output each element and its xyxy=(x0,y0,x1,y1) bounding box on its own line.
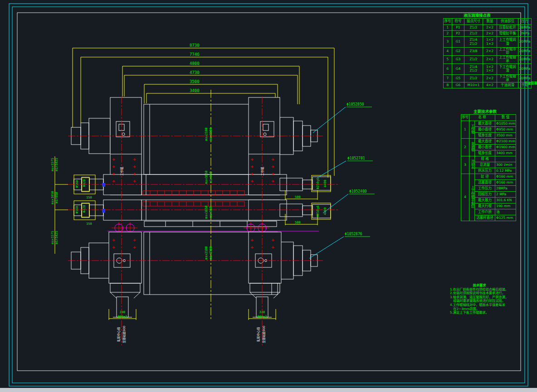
dim-150-upper: 150 xyxy=(86,196,92,199)
part-label-1: Φ1052850 xyxy=(347,102,364,106)
dim-lbr-min: min1900 xyxy=(209,246,213,260)
hydraulic-table-title: 液压润滑接点表 xyxy=(464,12,491,18)
part-label-3: Φ1052400 xyxy=(349,189,367,194)
dim-240-left: 240 xyxy=(120,310,126,314)
dim-8730: 8730 xyxy=(190,43,200,48)
dim-ubr-max: max2100 xyxy=(205,127,208,141)
hydraulic-table: 序号 符号 接点尺寸 数量 供油部位 压力 1P1Z1/22×2压靠缸松开28M… xyxy=(443,18,532,88)
table-row: 8G6M10×14×2干油润滑手动 xyxy=(444,82,532,88)
top-dimension-labels: 8730 7746 4800 4730 3500 3400 xyxy=(190,43,200,93)
spray-headers xyxy=(143,191,245,206)
dim-left2-min: min950 xyxy=(55,192,59,203)
col-header: 数量 xyxy=(483,19,497,25)
col-header: 名 称 xyxy=(469,115,495,121)
dim-left1-min: min1425 xyxy=(55,158,59,171)
side-label: 干油润滑点 xyxy=(524,81,537,85)
table-row: 7G5Z1/22×2下工作辊轴承20MPa xyxy=(444,74,532,82)
table-row: 1 工作辊 最大直径Φ1050 mm xyxy=(461,121,516,127)
params-table: 序号 名 称 数 值 1 工作辊 最大直径Φ1050 mm 最小直径Φ950 m… xyxy=(461,114,516,221)
dim-900-left: 900±2 xyxy=(117,315,127,319)
chock-label-left: 工作辊 xyxy=(120,167,124,176)
foot-note-left-1: 轧制中心线 xyxy=(117,327,121,342)
col-header: 序号 xyxy=(461,115,469,121)
col-header: 接点尺寸 xyxy=(464,19,483,25)
col-header: 压力 xyxy=(518,19,532,25)
table-row: 2P2Z1/22×2弯辊缸平衡2MPa xyxy=(444,31,532,37)
dim-left3-max: max1575 xyxy=(51,231,54,244)
window-bottom-edge xyxy=(0,388,537,392)
dim-lwr-max: max1050 xyxy=(205,205,208,219)
col-header: 序号 xyxy=(444,19,452,25)
chock-label-right: 工作辊 xyxy=(260,167,264,176)
left-dimensions: max1575 min1425 max1050 min950 max1575 m… xyxy=(51,156,68,254)
dim-d250-upper: Φ250g6 xyxy=(316,178,320,189)
dim-3500: 3500 xyxy=(190,79,200,84)
dim-150-lower: 150 xyxy=(86,222,92,226)
center-roll-dims: max2100 min1900 max1050 min950 max1050 m… xyxy=(205,127,213,260)
dim-7746: 7746 xyxy=(190,52,200,57)
table-row: 4G2Z3/82×2上工作辊冷却20MPa xyxy=(444,48,532,56)
dim-left1-max: max1575 xyxy=(51,158,54,171)
dim-d560-upper: Φ560 xyxy=(75,180,79,188)
dim-d250-lower: Φ250g6 xyxy=(316,205,320,217)
dim-4800: 4800 xyxy=(190,61,200,66)
dim-left3-min: min1425 xyxy=(55,231,59,244)
dim-500-upper: 500 xyxy=(295,195,301,199)
lower-backup-roll xyxy=(71,232,317,295)
table-row: 3 冷却水 规 格 xyxy=(461,156,516,162)
foot-note-left-2: 至基础面900 xyxy=(122,326,126,343)
feet-dims xyxy=(109,309,276,320)
mounting-feet xyxy=(110,283,280,317)
part-label-4: Φ1052876 xyxy=(345,232,362,236)
table-row: 6G4Z1/4 Z1/21×2 1×2下工作辊润滑20MPa xyxy=(444,63,532,74)
dim-d420-lower: Φ420 xyxy=(83,205,86,213)
col-header: 符号 xyxy=(452,19,464,25)
dim-uwr-max: max1050 xyxy=(205,170,208,184)
foot-note-right-1: 轧制中心线 xyxy=(256,327,260,342)
dim-500-lower: 500 xyxy=(295,221,301,224)
lower-work-roll xyxy=(74,200,331,227)
table-row: 5G3Z1/22×2上工作辊轴承20MPa xyxy=(444,55,532,63)
technical-notes: 技术要求 1.在出厂前各部件均须检验合格后组装。 2.安装时须按照说明书技术要求… xyxy=(450,284,509,315)
dim-lwr-min: min950 xyxy=(209,206,213,218)
dim-4400-upper: 4400 xyxy=(323,180,327,188)
dim-left2-max: max1050 xyxy=(51,191,54,204)
note-line: 5.满足上下各工作辊要求。 xyxy=(450,311,509,315)
table-row: 2 支承辊 最大直径Φ2100 mm xyxy=(461,139,516,145)
table-row: 1P1Z1/22×2压靠缸松开28MPa xyxy=(444,25,532,31)
dim-uwr-min: min950 xyxy=(209,171,213,183)
dim-d420-upper: Φ420 xyxy=(83,179,86,187)
accent-block-upper xyxy=(102,183,105,187)
cad-viewport[interactable]: 8730 7746 4800 4730 3500 3400 xyxy=(0,0,537,392)
accent-block-lower xyxy=(102,209,105,213)
params-table-title: 主要技术参数 xyxy=(474,108,497,114)
dim-4730: 4730 xyxy=(190,70,200,75)
col-header: 数 值 xyxy=(495,115,516,121)
dim-3400: 3400 xyxy=(190,88,200,93)
col-header: 供油部位 xyxy=(497,19,518,25)
dim-ubr-min: min1900 xyxy=(209,127,213,141)
part-label-2: Φ1052781 xyxy=(347,156,365,160)
table-row: 4 上工作辊平衡缸 缸 径Φ160 mm xyxy=(461,174,516,180)
table-row: 3G1Z1/4 Z1/21×2 1×2上工作辊润滑20MPa xyxy=(444,37,532,48)
dim-lbr-max: max2100 xyxy=(205,246,208,260)
